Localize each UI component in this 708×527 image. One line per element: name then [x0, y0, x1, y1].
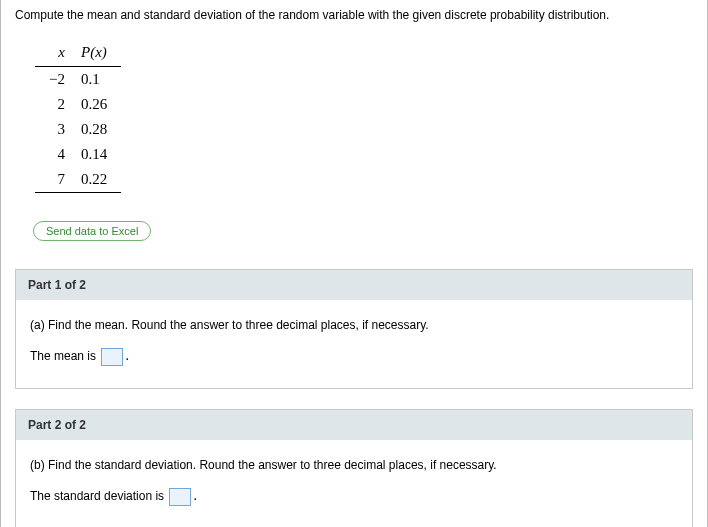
part-1-header: Part 1 of 2 [16, 270, 692, 300]
cell-x: −2 [35, 67, 75, 93]
table-row: 4 0.14 [35, 142, 121, 167]
header-p: P(x) [75, 40, 121, 67]
part-2-box: Part 2 of 2 (b) Find the standard deviat… [15, 409, 693, 527]
cell-x: 3 [35, 117, 75, 142]
part-1-answer-line: The mean is . [30, 348, 678, 366]
problem-statement: Compute the mean and standard deviation … [15, 8, 693, 22]
worksheet-container: Compute the mean and standard deviation … [0, 0, 708, 527]
table-row: −2 0.1 [35, 67, 121, 93]
stddev-input[interactable] [169, 488, 191, 506]
part-1-body: (a) Find the mean. Round the answer to t… [16, 300, 692, 388]
cell-p: 0.1 [75, 67, 121, 93]
part-2-body: (b) Find the standard deviation. Round t… [16, 440, 692, 527]
send-to-excel-button[interactable]: Send data to Excel [33, 221, 151, 241]
header-x: x [35, 40, 75, 67]
part-2-header: Part 2 of 2 [16, 410, 692, 440]
probability-table: x P(x) −2 0.1 2 0.26 3 0.28 4 0.14 7 [35, 40, 121, 193]
cell-x: 2 [35, 92, 75, 117]
cell-p: 0.14 [75, 142, 121, 167]
table-row: 3 0.28 [35, 117, 121, 142]
part-1-box: Part 1 of 2 (a) Find the mean. Round the… [15, 269, 693, 389]
part-2-answer-prefix: The standard deviation is [30, 489, 164, 503]
mean-input[interactable] [101, 348, 123, 366]
cell-x: 7 [35, 167, 75, 193]
part-1-answer-prefix: The mean is [30, 349, 96, 363]
part-1-question: (a) Find the mean. Round the answer to t… [30, 318, 678, 332]
table-row: 7 0.22 [35, 167, 121, 193]
cell-p: 0.28 [75, 117, 121, 142]
table-row: 2 0.26 [35, 92, 121, 117]
part-1-answer-suffix: . [125, 348, 129, 363]
part-2-question: (b) Find the standard deviation. Round t… [30, 458, 678, 472]
part-2-answer-suffix: . [193, 488, 197, 503]
table-header-row: x P(x) [35, 40, 121, 67]
cell-p: 0.26 [75, 92, 121, 117]
cell-p: 0.22 [75, 167, 121, 193]
cell-x: 4 [35, 142, 75, 167]
part-2-answer-line: The standard deviation is . [30, 488, 678, 506]
